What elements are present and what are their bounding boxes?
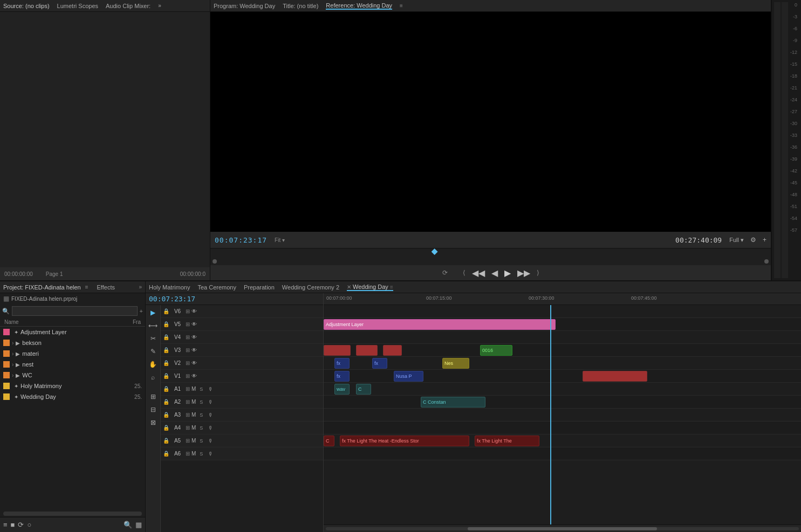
- track-lock-icon[interactable]: 🔒: [163, 412, 169, 418]
- track-lock-icon[interactable]: 🔒: [163, 451, 169, 457]
- timeline-clip[interactable]: [356, 345, 378, 356]
- track-row[interactable]: [324, 447, 801, 460]
- ripple-tool[interactable]: ⟷: [148, 320, 159, 331]
- track-row[interactable]: [324, 305, 801, 318]
- track-sync-icon[interactable]: ⊞: [186, 308, 190, 314]
- scrubber-in-point[interactable]: [213, 259, 217, 264]
- track-sync-icon[interactable]: ⊞: [186, 321, 190, 327]
- track-lock-icon[interactable]: 🔒: [163, 399, 169, 405]
- step-back-icon[interactable]: ◀◀: [472, 268, 485, 278]
- track-row[interactable]: Cfx The Light The Heat -Endless Storfx T…: [324, 434, 801, 447]
- timeline-tab[interactable]: Tea Ceremony: [197, 284, 236, 291]
- timeline-tab[interactable]: Preparation: [244, 284, 275, 291]
- hand-tool[interactable]: ✋: [148, 359, 159, 370]
- selection-tool[interactable]: ▶: [148, 307, 159, 318]
- timeline-playhead[interactable]: [550, 305, 551, 524]
- nest-tool[interactable]: ⊟: [148, 404, 159, 415]
- track-sync-icon[interactable]: ⊞: [186, 347, 190, 353]
- track-mute-icon[interactable]: 🎙: [207, 412, 214, 418]
- settings-icon[interactable]: ⚙: [750, 236, 756, 244]
- tabs-more-icon[interactable]: »: [158, 3, 161, 9]
- zoom-tool[interactable]: ⌕: [148, 372, 159, 383]
- track-lock-icon[interactable]: 🔒: [163, 425, 169, 431]
- horizontal-scrollbar-thumb[interactable]: [468, 527, 657, 530]
- monitor-scrubber[interactable]: [210, 258, 771, 265]
- timeline-ruler[interactable]: 00:07:00:00 00:07:15:00 00:07:30:00 00:0…: [324, 293, 801, 305]
- timeline-tab[interactable]: Wedding Ceremony 2: [282, 284, 339, 291]
- timeline-clip[interactable]: wav: [334, 384, 350, 395]
- timeline-clip[interactable]: fx: [372, 358, 387, 369]
- track-visibility-icon[interactable]: 👁: [191, 321, 197, 327]
- track-solo-btn[interactable]: S: [197, 425, 205, 431]
- reference-tab[interactable]: Reference: Wedding Day: [326, 2, 392, 10]
- metadata-icon[interactable]: ⟳: [18, 521, 24, 529]
- add-bin-icon[interactable]: +: [140, 308, 143, 314]
- title-tab[interactable]: Title: (no title): [283, 3, 318, 9]
- track-visibility-icon[interactable]: 👁: [191, 334, 197, 340]
- pen-tool[interactable]: ✎: [148, 346, 159, 357]
- timeline-clip[interactable]: [324, 345, 351, 356]
- audio-clip-tab[interactable]: Audio Clip Mixer:: [106, 3, 150, 9]
- track-sync-icon[interactable]: ⊞: [186, 386, 190, 392]
- project-list-item[interactable]: ✦ Holy Matrimony 25.: [0, 381, 145, 391]
- track-solo-btn[interactable]: S: [197, 412, 205, 418]
- track-row[interactable]: [324, 409, 801, 422]
- add-marker-icon[interactable]: +: [763, 236, 766, 244]
- panel-expand-icon[interactable]: »: [139, 284, 142, 290]
- track-visibility-icon[interactable]: M: [191, 451, 196, 457]
- scrubber-out-point[interactable]: [764, 259, 769, 264]
- track-sync-icon[interactable]: ⊞: [186, 451, 190, 457]
- project-search-bar[interactable]: 🔍 +: [2, 306, 143, 316]
- track-sync-icon[interactable]: ⊞: [186, 438, 190, 444]
- search-project-icon[interactable]: 🔍: [124, 521, 132, 529]
- item-expand-arrow[interactable]: ›: [12, 362, 13, 368]
- mark-out-icon[interactable]: ⟩: [537, 269, 539, 277]
- track-visibility-icon[interactable]: M: [191, 425, 196, 431]
- lumetri-tab[interactable]: Lumetri Scopes: [57, 3, 98, 9]
- timeline-clip[interactable]: 0016: [480, 345, 512, 356]
- project-list-item[interactable]: › ▶ WC: [0, 370, 145, 381]
- track-solo-btn[interactable]: S: [197, 438, 205, 444]
- track-sync-icon[interactable]: ⊞: [186, 412, 190, 418]
- timeline-clip[interactable]: Nes: [442, 358, 469, 369]
- track-lock-icon[interactable]: 🔒: [163, 334, 169, 340]
- mark-in-icon[interactable]: ⟨: [463, 269, 465, 277]
- link-tool[interactable]: ⊞: [148, 391, 159, 402]
- source-tab[interactable]: Source: (no clips): [3, 3, 50, 9]
- multitrack-tool[interactable]: ⊠: [148, 417, 159, 428]
- project-scrollbar[interactable]: [3, 512, 142, 516]
- track-visibility-icon[interactable]: 👁: [191, 373, 197, 379]
- track-visibility-icon[interactable]: 👁: [191, 308, 197, 314]
- track-mute-icon[interactable]: 🎙: [207, 438, 214, 444]
- timeline-clip[interactable]: Nusa P: [394, 371, 423, 382]
- timeline-clip[interactable]: [583, 371, 647, 382]
- timeline-clip[interactable]: fx The Light The: [475, 436, 539, 446]
- track-lock-icon[interactable]: 🔒: [163, 438, 169, 444]
- timeline-clip[interactable]: fx: [334, 358, 350, 369]
- project-list-item[interactable]: › ▶ materi: [0, 348, 145, 359]
- loop-icon[interactable]: ⟳: [442, 269, 448, 277]
- track-visibility-icon[interactable]: M: [191, 386, 196, 392]
- monitor-playhead[interactable]: [432, 248, 438, 255]
- track-sync-icon[interactable]: ⊞: [186, 373, 190, 379]
- search-input[interactable]: [12, 306, 138, 316]
- track-row[interactable]: fxfxNes: [324, 357, 801, 370]
- project-menu-icon[interactable]: ≡: [85, 284, 88, 290]
- step-forward-icon[interactable]: ▶▶: [517, 268, 530, 278]
- icon-view-icon[interactable]: ■: [11, 521, 15, 529]
- timeline-clip[interactable]: C Constan: [421, 397, 485, 407]
- timeline-clip[interactable]: [383, 345, 402, 356]
- reference-menu-icon[interactable]: ≡: [400, 3, 403, 9]
- new-bin-icon[interactable]: ▦: [135, 521, 142, 529]
- track-visibility-icon[interactable]: M: [191, 399, 196, 405]
- monitor-progress-bar[interactable]: [210, 248, 771, 258]
- track-visibility-icon[interactable]: M: [191, 412, 196, 418]
- timeline-clip[interactable]: fx The Light The Heat -Endless Stor: [340, 436, 469, 446]
- track-row[interactable]: C Constan: [324, 396, 801, 409]
- track-row[interactable]: [324, 422, 801, 434]
- timeline-tab[interactable]: Holy Matrimony: [149, 284, 190, 291]
- track-visibility-icon[interactable]: M: [191, 438, 196, 444]
- play-back-icon[interactable]: ◀: [491, 268, 498, 278]
- track-lock-icon[interactable]: 🔒: [163, 373, 169, 379]
- tab-menu-icon[interactable]: ≡: [390, 284, 393, 290]
